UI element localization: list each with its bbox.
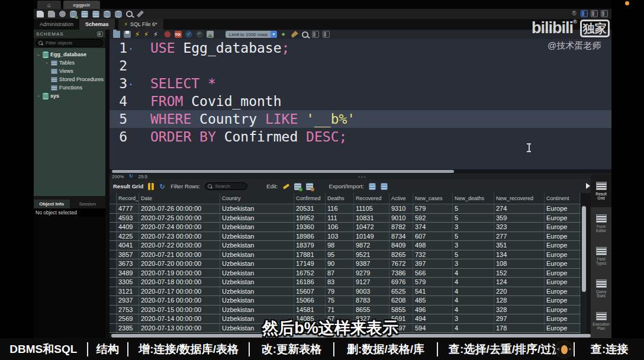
cell[interactable]: 592 [413, 214, 453, 223]
cell[interactable]: 17881 [294, 250, 326, 259]
cell[interactable]: 9872 [354, 241, 389, 250]
cell[interactable]: Europe [545, 314, 580, 323]
cell[interactable]: 732 [413, 250, 453, 259]
cell[interactable]: 4 [453, 287, 494, 296]
table-row[interactable]: 34892020-07-19 00:00:00Uzbekistan1675287… [110, 269, 581, 278]
execute-current-icon[interactable]: ⚡ [144, 31, 150, 38]
cell[interactable]: Uzbekistan [220, 259, 294, 268]
table-row[interactable]: 44092020-07-24 00:00:00Uzbekistan1936010… [110, 223, 581, 232]
cell[interactable]: 9279 [354, 269, 389, 278]
cell[interactable]: 374 [413, 223, 453, 232]
open-file-icon[interactable] [113, 31, 120, 38]
cell[interactable]: 10472 [354, 223, 389, 232]
cell[interactable]: 2020-07-18 00:00:00 [139, 278, 220, 287]
cell[interactable]: 20531 [294, 204, 326, 213]
cell[interactable]: 75 [326, 296, 354, 305]
cell[interactable]: 3857 [117, 250, 139, 259]
cell[interactable]: 9010 [389, 214, 413, 223]
table-row[interactable]: 27532020-07-15 00:00:00Uzbekistan1458171… [110, 306, 581, 315]
cell[interactable]: 4041 [117, 241, 139, 250]
new-view-icon[interactable] [92, 11, 99, 18]
cell[interactable]: Europe [545, 259, 580, 268]
cell[interactable]: 14581 [294, 306, 326, 314]
cell[interactable]: 152 [494, 269, 545, 278]
cell[interactable]: Uzbekistan [220, 278, 294, 287]
editor-hscrollbar[interactable] [110, 169, 611, 173]
save-icon[interactable] [124, 31, 131, 38]
expander-icon[interactable]: › [44, 61, 49, 65]
utilities-icon[interactable] [137, 11, 144, 18]
cell[interactable]: 2020-07-15 00:00:00 [139, 306, 220, 314]
cell[interactable]: Uzbekistan [220, 204, 294, 213]
table-row[interactable]: 38572020-07-21 00:00:00Uzbekistan1788195… [110, 250, 581, 260]
import-grid-icon[interactable] [381, 183, 388, 190]
cell[interactable]: Europe [545, 223, 580, 232]
schema-filter-input[interactable] [44, 40, 94, 46]
cell[interactable]: 5855 [389, 306, 413, 314]
cell[interactable]: 3 [453, 223, 494, 232]
table-row[interactable]: 31212020-07-17 00:00:00Uzbekistan1560779… [110, 287, 581, 297]
cell[interactable]: 15607 [294, 287, 326, 296]
view-execution-plan[interactable]: ExecutionPlan [591, 305, 611, 338]
cell[interactable]: 351 [494, 241, 545, 250]
cell[interactable]: 111 [326, 214, 354, 223]
cell[interactable]: 2020-07-23 00:00:00 [139, 232, 220, 241]
cell[interactable]: 134 [494, 250, 545, 259]
explain-icon[interactable]: ⚡ [153, 31, 160, 38]
new-sql-tab-icon[interactable] [37, 11, 44, 18]
cell[interactable]: Europe [545, 241, 580, 250]
code-line-highlighted[interactable]: 5WHERE Country LIKE '__b%' [110, 110, 611, 128]
limit-rows-dropdown[interactable]: Limit to 1000 rows▾ [226, 31, 277, 38]
tab-sql-file-6-[interactable]: ⚡SQL File 6* [118, 19, 163, 30]
expander-icon[interactable]: › [36, 94, 41, 98]
cell[interactable]: 19360 [294, 223, 326, 232]
cell[interactable]: 6208 [389, 296, 413, 305]
column-header-new_recovered[interactable]: New_recovered [494, 193, 545, 204]
table-row[interactable]: 29372020-07-16 00:00:00Uzbekistan1506675… [110, 296, 581, 306]
cell[interactable]: 128 [494, 296, 545, 305]
cell[interactable]: 297 [494, 314, 545, 323]
table-row[interactable]: 45932020-07-25 00:00:00Uzbekistan1995211… [110, 214, 581, 223]
new-table-icon[interactable] [81, 11, 88, 18]
cell[interactable]: 4 [453, 306, 494, 314]
cell[interactable]: 16752 [294, 269, 326, 278]
trademark-icon[interactable]: ® [571, 10, 578, 17]
panel-right-toggle-icon[interactable] [601, 10, 608, 17]
cell[interactable]: 494 [413, 314, 453, 323]
cell[interactable]: 178 [494, 324, 545, 333]
cell[interactable]: 485 [413, 296, 453, 305]
wrap-toggle-icon[interactable] [312, 31, 319, 38]
code-line[interactable]: 4FROM Covid_month [110, 92, 611, 110]
code-line[interactable]: 6ORDER BY Confirmed DESC; [110, 128, 611, 146]
cell[interactable]: 90 [326, 259, 354, 268]
stop-icon[interactable] [164, 31, 171, 38]
columns-icon[interactable] [148, 183, 154, 190]
cell[interactable]: 579 [413, 278, 453, 287]
cell[interactable]: 18986 [294, 232, 326, 241]
cell[interactable]: 2020-07-13 00:00:00 [139, 324, 220, 333]
cell[interactable]: 4 [453, 278, 494, 287]
cell[interactable]: Europe [545, 287, 580, 296]
cell[interactable]: Uzbekistan [220, 214, 294, 223]
grid-vscrollbar[interactable] [581, 205, 587, 333]
column-header-new_deaths[interactable]: New_deaths [453, 193, 494, 204]
cell[interactable]: 4 [453, 269, 494, 278]
snippet-icon[interactable] [207, 31, 214, 38]
splitter-grip[interactable]: ••• [358, 174, 366, 179]
sidebar-tab-session[interactable]: Session [70, 200, 106, 208]
delete-row-icon[interactable] [306, 183, 313, 190]
cell[interactable]: Uzbekistan [220, 223, 294, 232]
cell[interactable]: 6525 [389, 287, 413, 296]
cell[interactable]: 274 [494, 204, 545, 213]
view-result-grid[interactable]: ResultGrid [591, 175, 611, 207]
export-grid-icon[interactable] [369, 183, 376, 190]
cell[interactable]: 9003 [354, 287, 389, 296]
column-header-active[interactable]: Active [389, 193, 413, 204]
column-header-deaths[interactable]: Deaths [326, 193, 354, 204]
cell[interactable]: 98 [326, 241, 354, 250]
connection-tab[interactable]: eggpcir [63, 1, 100, 9]
cell[interactable]: 71 [326, 306, 354, 314]
cell[interactable]: 277 [494, 232, 545, 241]
tree-item-egg-database[interactable]: ⌄Egg_database [34, 50, 105, 59]
search-icon[interactable] [126, 11, 133, 17]
